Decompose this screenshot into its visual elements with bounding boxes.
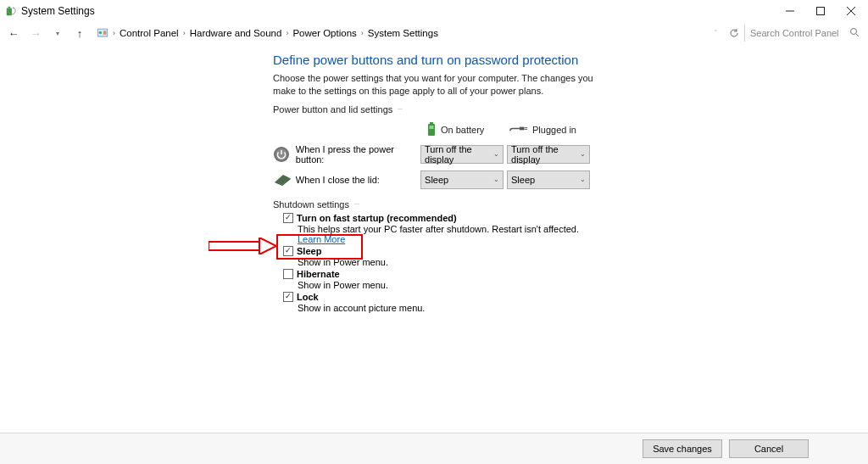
- section-shutdown-settings: Shutdown settings ✓ Turn on fast startup…: [273, 199, 593, 313]
- plug-icon: [509, 124, 527, 135]
- row-label: When I press the power button:: [296, 144, 420, 165]
- column-label: On battery: [441, 125, 484, 135]
- shutdown-item-sleep: ✓ Sleep Show in Power menu.: [283, 246, 593, 267]
- checkbox-lock[interactable]: ✓: [283, 292, 293, 302]
- section-power-button-lid: Power button and lid settings On battery…: [273, 104, 593, 193]
- window-minimize-button[interactable]: [775, 2, 805, 20]
- search-icon[interactable]: [849, 27, 860, 39]
- navigation-bar: ← → ▾ ↑ › Control Panel › Hardware and S…: [0, 22, 868, 44]
- nav-up-button[interactable]: ↑: [71, 25, 88, 42]
- shutdown-item-lock: ✓ Lock Show in account picture menu.: [283, 292, 593, 313]
- chevron-down-icon: ⌄: [493, 150, 499, 158]
- shutdown-item-fast-startup: ✓ Turn on fast startup (recommended) Thi…: [283, 213, 593, 244]
- page-subtitle: Choose the power settings that you want …: [273, 72, 595, 98]
- column-label: Plugged in: [532, 125, 576, 135]
- row-close-lid: When I close the lid: Sleep ⌄ Sleep ⌄: [273, 167, 593, 193]
- titlebar: System Settings: [0, 0, 868, 22]
- svg-rect-13: [430, 122, 433, 124]
- chevron-down-icon: ⌄: [580, 150, 586, 158]
- chevron-down-icon: ⌄: [580, 176, 586, 183]
- shutdown-item-hibernate: Hibernate Show in Power menu.: [283, 269, 593, 290]
- footer: Save changes Cancel: [0, 433, 868, 464]
- nav-back-button[interactable]: ←: [5, 25, 22, 42]
- chevron-right-icon: ›: [112, 29, 116, 37]
- chevron-right-icon: ›: [285, 29, 289, 37]
- item-description: Show in Power menu.: [298, 257, 593, 267]
- checkbox-sleep[interactable]: ✓: [283, 246, 293, 256]
- search-input[interactable]: [744, 25, 863, 42]
- column-on-battery: On battery: [427, 121, 509, 138]
- breadcrumb-item[interactable]: Hardware and Sound: [190, 28, 282, 38]
- divider: [398, 109, 403, 109]
- fieldset-legend: Power button and lid settings: [273, 104, 398, 115]
- fieldset-legend: Shutdown settings: [273, 199, 354, 210]
- laptop-lid-icon: [273, 173, 296, 187]
- row-label: When I close the lid:: [296, 175, 420, 185]
- nav-recent-caret[interactable]: ▾: [49, 25, 66, 42]
- power-options-icon: [5, 5, 17, 17]
- power-button-icon: [273, 146, 296, 163]
- battery-icon: [427, 121, 436, 138]
- item-description: This helps start your PC faster after sh…: [298, 224, 579, 234]
- select-close-lid-plugged[interactable]: Sleep ⌄: [507, 171, 590, 189]
- item-description: Show in Power menu.: [298, 280, 593, 290]
- save-changes-button[interactable]: Save changes: [643, 439, 722, 458]
- select-close-lid-battery[interactable]: Sleep ⌄: [420, 171, 504, 189]
- svg-point-10: [851, 29, 857, 35]
- window-maximize-button[interactable]: [805, 2, 836, 20]
- address-history-caret[interactable]: ˅: [707, 25, 724, 42]
- refresh-button[interactable]: [726, 25, 743, 42]
- svg-line-11: [856, 34, 859, 36]
- checkbox-fast-startup[interactable]: ✓: [283, 213, 293, 223]
- svg-rect-3: [817, 8, 825, 15]
- breadcrumb-item[interactable]: Power Options: [292, 28, 356, 38]
- nav-forward-button[interactable]: →: [27, 25, 44, 42]
- svg-rect-9: [103, 31, 107, 34]
- svg-rect-14: [430, 126, 434, 129]
- checkbox-hibernate[interactable]: [283, 269, 293, 279]
- window-close-button[interactable]: [836, 2, 866, 20]
- divider: [354, 204, 359, 204]
- window-title: System Settings: [21, 5, 95, 17]
- select-power-button-battery[interactable]: Turn off the display ⌄: [420, 145, 504, 164]
- item-description: Show in account picture menu.: [298, 303, 593, 313]
- select-power-button-plugged[interactable]: Turn off the display ⌄: [507, 145, 590, 164]
- chevron-right-icon: ›: [360, 29, 364, 37]
- breadcrumb-item[interactable]: Control Panel: [120, 28, 179, 38]
- row-power-button: When I press the power button: Turn off …: [273, 142, 593, 167]
- svg-point-8: [99, 31, 103, 35]
- learn-more-link[interactable]: Learn More: [298, 234, 345, 244]
- chevron-right-icon: ›: [182, 29, 186, 37]
- page-title: Define power buttons and turn on passwor…: [273, 53, 866, 67]
- content-area: Define power buttons and turn on passwor…: [0, 44, 868, 315]
- breadcrumb[interactable]: › Control Panel › Hardware and Sound › P…: [93, 24, 695, 42]
- column-plugged-in: Plugged in: [509, 124, 590, 135]
- control-panel-icon: [97, 27, 108, 39]
- breadcrumb-item[interactable]: System Settings: [368, 28, 438, 38]
- cancel-button[interactable]: Cancel: [729, 439, 809, 458]
- chevron-down-icon: ⌄: [493, 176, 499, 183]
